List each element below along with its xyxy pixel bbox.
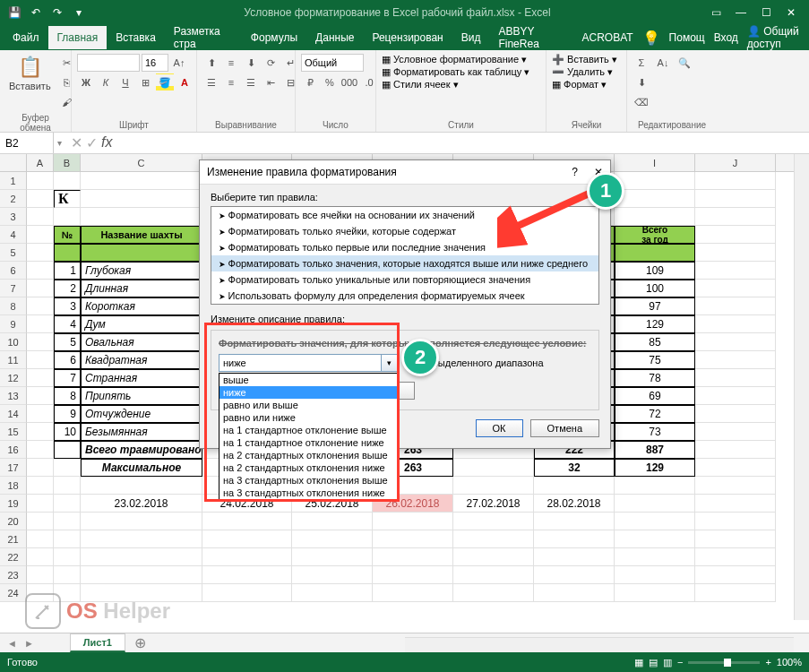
cell[interactable] <box>534 530 615 548</box>
rule-item[interactable]: Форматировать только ячейки, которые сод… <box>211 223 598 239</box>
cell[interactable] <box>373 530 453 548</box>
cell[interactable] <box>695 262 776 280</box>
namebox-dropdown-icon[interactable]: ▾ <box>54 138 65 148</box>
rule-item[interactable]: Форматировать только уникальные или повт… <box>211 271 598 288</box>
row-header[interactable]: 17 <box>0 459 27 477</box>
find-icon[interactable]: 🔍 <box>676 54 693 72</box>
font-size-select[interactable] <box>142 54 168 72</box>
cell[interactable] <box>615 172 695 190</box>
cell[interactable] <box>27 369 54 387</box>
tab-file[interactable]: Файл <box>4 26 48 49</box>
cell[interactable] <box>453 513 534 530</box>
share-button[interactable]: 👤 Общий доступ <box>747 25 802 50</box>
dropdown-item[interactable]: на 3 стандартных отклонения ниже <box>219 487 397 499</box>
col-header[interactable]: J <box>695 154 776 171</box>
cell[interactable] <box>27 226 54 244</box>
dialog-help-icon[interactable]: ? <box>572 166 578 178</box>
view-layout-icon[interactable]: ▤ <box>649 657 658 668</box>
row-header[interactable]: 19 <box>0 495 27 513</box>
row-header[interactable]: 20 <box>0 513 27 530</box>
cell[interactable] <box>54 172 81 190</box>
cell[interactable] <box>27 172 54 190</box>
cell[interactable] <box>615 584 695 602</box>
cond-format-button[interactable]: ▦ Условное форматирование ▾ <box>382 54 527 65</box>
horizontal-scrollbar[interactable] <box>405 637 795 652</box>
align-top-icon[interactable]: ⬆ <box>202 54 220 72</box>
cell[interactable] <box>373 566 453 584</box>
col-header[interactable]: B <box>54 154 81 171</box>
tab-home[interactable]: Главная <box>48 26 108 49</box>
enter-formula-icon[interactable]: ✓ <box>86 134 98 151</box>
cell[interactable] <box>695 423 776 441</box>
cell[interactable]: Странная <box>81 369 202 387</box>
dropdown-item[interactable]: ниже <box>219 386 397 399</box>
cell[interactable]: 10 <box>54 423 81 441</box>
cell[interactable] <box>202 566 292 584</box>
cell[interactable] <box>695 208 776 226</box>
cell[interactable] <box>81 477 202 495</box>
cell[interactable] <box>695 530 776 548</box>
qat-more-icon[interactable]: ▾ <box>72 5 86 20</box>
indent-dec-icon[interactable]: ⇤ <box>262 73 280 91</box>
row-header[interactable]: 12 <box>0 369 27 387</box>
ribbon-options-icon[interactable]: ▭ <box>709 5 723 20</box>
cell[interactable] <box>27 208 54 226</box>
rule-item[interactable]: Использовать формулу для определения фор… <box>211 288 598 304</box>
align-bot-icon[interactable]: ⬇ <box>242 54 260 72</box>
cell[interactable] <box>27 262 54 280</box>
cell[interactable]: 129 <box>615 459 695 477</box>
cell[interactable] <box>695 441 776 459</box>
cell[interactable] <box>695 172 776 190</box>
cell[interactable] <box>81 566 202 584</box>
cell[interactable] <box>202 584 292 602</box>
row-header[interactable]: 23 <box>0 566 27 584</box>
cell[interactable] <box>615 513 695 530</box>
cell[interactable] <box>695 387 776 405</box>
tab-review[interactable]: Рецензирован <box>363 26 452 49</box>
cell[interactable]: 97 <box>615 297 695 315</box>
cell[interactable]: К <box>54 190 81 208</box>
cell[interactable]: Всего травмировано <box>81 441 202 459</box>
cell[interactable] <box>695 513 776 530</box>
align-mid-icon[interactable]: ≡ <box>222 54 240 72</box>
cell[interactable] <box>202 513 292 530</box>
cell[interactable]: Максимальное <box>81 459 202 477</box>
cell[interactable]: № <box>54 226 81 244</box>
cell[interactable]: Короткая <box>81 297 202 315</box>
cell[interactable]: Название шахты <box>81 226 202 244</box>
format-table-button[interactable]: ▦ Форматировать как таблицу ▾ <box>382 66 529 78</box>
cell[interactable] <box>695 584 776 602</box>
row-header[interactable]: 5 <box>0 244 27 262</box>
cell[interactable] <box>27 297 54 315</box>
cell[interactable] <box>292 548 373 566</box>
cell[interactable] <box>27 477 54 495</box>
font-color-icon[interactable]: A <box>176 73 194 91</box>
cell[interactable]: 4 <box>54 315 81 333</box>
row-header[interactable]: 18 <box>0 477 27 495</box>
cell[interactable]: Дум <box>81 315 202 333</box>
help-label[interactable]: Помощ <box>669 31 705 44</box>
dropdown-item[interactable]: на 2 стандартных отклонения выше <box>219 449 397 461</box>
cell[interactable] <box>453 584 534 602</box>
row-header[interactable]: 7 <box>0 280 27 297</box>
cell[interactable]: Овальная <box>81 333 202 351</box>
cell[interactable]: 69 <box>615 387 695 405</box>
vertical-scrollbar[interactable] <box>794 154 809 620</box>
cell[interactable] <box>54 548 81 566</box>
col-header[interactable]: A <box>27 154 54 171</box>
save-icon[interactable]: 💾 <box>7 5 22 20</box>
cell[interactable] <box>54 208 81 226</box>
row-header[interactable]: 16 <box>0 441 27 459</box>
redo-icon[interactable]: ↷ <box>50 5 65 20</box>
view-break-icon[interactable]: ▥ <box>663 657 672 668</box>
align-left-icon[interactable]: ☰ <box>202 73 220 91</box>
dropdown-item[interactable]: равно или ниже <box>219 411 397 424</box>
cell[interactable] <box>27 530 54 548</box>
number-format-select[interactable] <box>301 54 364 72</box>
cell[interactable] <box>54 495 81 513</box>
cell[interactable]: Длинная <box>81 280 202 297</box>
cell[interactable] <box>695 297 776 315</box>
ok-button[interactable]: ОК <box>476 419 523 437</box>
cell[interactable] <box>695 190 776 208</box>
cell[interactable] <box>27 244 54 262</box>
